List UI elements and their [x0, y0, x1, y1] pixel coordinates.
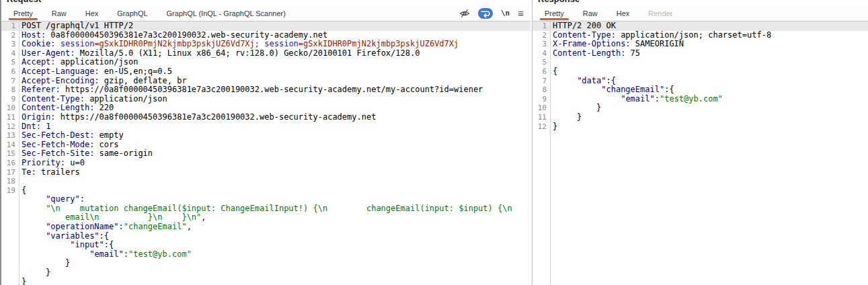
code-line: 2Host: 0a8f00000450396381e7a3c200190032.…: [1, 31, 530, 40]
code-text: POST /graphql/v1 HTTP/2: [19, 22, 133, 31]
code-line: 19{: [1, 186, 530, 196]
code-text: Sec-Fetch-Dest: empty: [19, 131, 124, 140]
line-number: [1, 213, 19, 222]
code-text: "changeEmail":{: [550, 85, 674, 95]
code-text: {: [19, 186, 26, 196]
line-number: 7: [1, 77, 19, 86]
code-line: 2Content-Type: application/json; charset…: [532, 31, 868, 40]
code-text: Priority: u=0: [19, 159, 85, 168]
line-number: 2: [532, 31, 550, 40]
line-number: 5: [532, 58, 550, 67]
code-text: X-Frame-Options: SAMEORIGIN: [550, 40, 684, 49]
code-text: }: [19, 268, 50, 278]
code-text: Sec-Fetch-Mode: cors: [19, 140, 119, 150]
line-number: [1, 204, 19, 214]
code-text: User-Agent: Mozilla/5.0 (X11; Linux x86_…: [19, 49, 420, 58]
line-number: 10: [1, 104, 19, 113]
code-text: Origin: https://0a8f00000450396381e7a3c2…: [19, 113, 376, 122]
line-number: 3: [532, 40, 550, 49]
response-panel-header: Response: [532, 0, 868, 5]
code-text: "data":{: [550, 77, 616, 86]
tab-graphql[interactable]: GraphQL: [108, 5, 157, 21]
tab-pretty[interactable]: Pretty: [535, 5, 574, 21]
code-line: "email":"test@yb.com": [1, 250, 530, 259]
code-text: Accept-Encoding: gzip, deflate, br: [19, 77, 187, 86]
code-line: }: [1, 268, 530, 278]
newline-chars-icon[interactable]: \n: [501, 9, 510, 17]
response-tabs: PrettyRawHexRender: [532, 5, 682, 21]
line-number: [1, 250, 19, 259]
code-line: 7Accept-Encoding: gzip, deflate, br: [1, 77, 530, 86]
code-text: Referer: https://0a8f00000450396381e7a3c…: [19, 85, 483, 95]
code-line: 3Cookie: session=gSxkIDHR0PmjN2kjmbp3psk…: [1, 40, 530, 49]
code-line: "variables":{: [1, 232, 530, 241]
word-wrap-icon[interactable]: [478, 8, 493, 19]
code-text: "email":"test@yb.com": [550, 95, 723, 104]
code-text: "\n mutation changeEmail($input: ChangeE…: [19, 204, 512, 214]
tab-graphql-inql-graphql-scanner[interactable]: GraphQL (InQL - GraphQL Scanner): [157, 5, 295, 21]
line-number: 2: [1, 31, 19, 40]
line-number: 12: [1, 122, 19, 132]
code-text: Content-Type: application/json: [19, 95, 167, 104]
line-number: 15: [1, 149, 19, 159]
code-text: "variables":{: [19, 232, 109, 241]
code-text: "input":{: [19, 241, 114, 250]
code-text: Dnt: 1: [19, 122, 50, 132]
line-number: 9: [1, 95, 19, 104]
hide-nonprintable-icon[interactable]: [459, 9, 470, 18]
code-text: }: [550, 113, 582, 122]
tab-raw[interactable]: Raw: [574, 5, 607, 21]
code-text: Te: trailers: [19, 168, 80, 177]
response-panel: Response PrettyRawHexRender 1HTTP/2 200 …: [532, 0, 868, 285]
request-editor[interactable]: 1POST /graphql/v1 HTTP/22Host: 0a8f00000…: [1, 22, 530, 285]
response-editor[interactable]: 1HTTP/2 200 OK2Content-Type: application…: [532, 22, 868, 285]
tab-render[interactable]: Render: [639, 5, 682, 21]
code-text: HTTP/2 200 OK: [550, 22, 616, 31]
line-number: [1, 232, 19, 241]
code-line: 10 }: [532, 104, 868, 113]
code-line: 8Referer: https://0a8f00000450396381e7a3…: [1, 85, 530, 95]
code-line: 15Sec-Fetch-Site: same-origin: [1, 149, 530, 159]
line-number: 5: [1, 58, 19, 67]
code-line: }: [1, 278, 530, 285]
line-number: 10: [532, 104, 550, 113]
request-panel-header: Request: [1, 0, 530, 5]
code-text: Accept: application/json: [19, 58, 138, 67]
code-text: Sec-Fetch-Site: same-origin: [19, 149, 153, 159]
code-text: email\n }\n }\n",: [19, 213, 206, 222]
line-number: 6: [1, 67, 19, 77]
line-number: [1, 278, 19, 285]
response-title: Response: [532, 0, 868, 4]
request-panel: Request PrettyRawHexGraphQLGraphQL (InQL…: [0, 0, 530, 285]
tab-hex[interactable]: Hex: [76, 5, 108, 21]
line-number: [1, 195, 19, 204]
editor-toolbar: \n ≡: [459, 5, 524, 21]
code-line: 13Sec-Fetch-Dest: empty: [1, 131, 530, 140]
code-text: {: [550, 67, 557, 77]
tab-pretty[interactable]: Pretty: [4, 5, 42, 21]
tab-hex[interactable]: Hex: [607, 5, 639, 21]
code-line: 18: [1, 177, 530, 186]
code-line: 4User-Agent: Mozilla/5.0 (X11; Linux x86…: [1, 49, 530, 58]
code-line: 12Dnt: 1: [1, 122, 530, 132]
line-number: 11: [1, 113, 19, 122]
code-text: Content-Length: 75: [550, 49, 640, 58]
line-number: [1, 222, 19, 232]
code-line: 1HTTP/2 200 OK: [532, 22, 868, 31]
line-number: 14: [1, 140, 19, 150]
code-line: 12}: [532, 122, 868, 132]
code-line: 6{: [532, 67, 868, 77]
code-text: }: [550, 122, 557, 132]
tab-raw[interactable]: Raw: [42, 5, 76, 21]
editor-menu-icon[interactable]: ≡: [518, 10, 524, 17]
line-number: 7: [532, 77, 550, 86]
code-line: 5Accept: application/json: [1, 58, 530, 67]
code-line: }: [1, 259, 530, 268]
code-text: Content-Type: application/json; charset=…: [550, 31, 771, 40]
code-line: "operationName":"changeEmail",: [1, 222, 530, 232]
line-number: 11: [532, 113, 550, 122]
line-number: 17: [1, 168, 19, 177]
code-text: [550, 58, 553, 67]
code-line: 9 "email":"test@yb.com": [532, 95, 868, 104]
code-line: 10Content-Length: 220: [1, 104, 530, 113]
